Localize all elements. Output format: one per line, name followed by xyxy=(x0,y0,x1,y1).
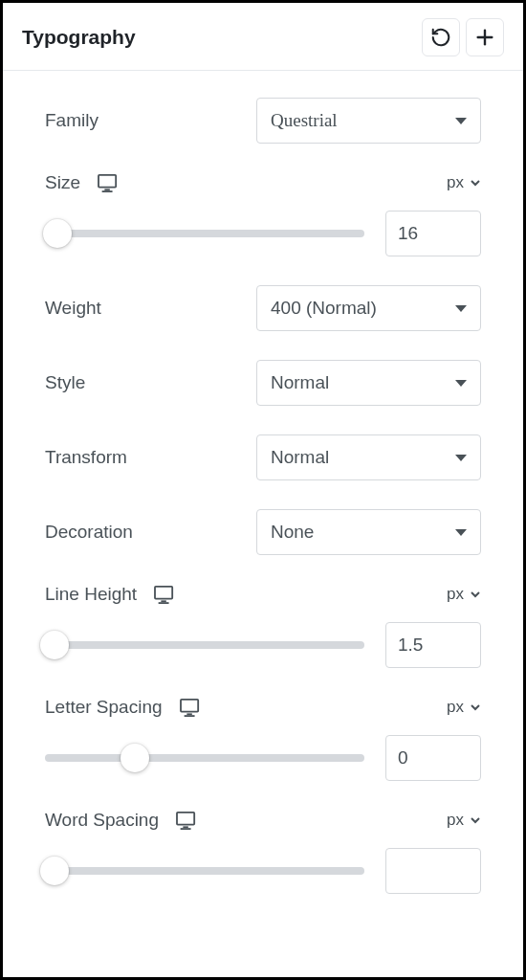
chevron-down-icon xyxy=(470,177,481,189)
responsive-icon[interactable] xyxy=(98,173,119,192)
family-select[interactable]: Questrial xyxy=(256,98,481,144)
line-height-unit: px xyxy=(447,585,464,604)
word-spacing-input[interactable] xyxy=(398,860,469,881)
line-height-label: Line Height xyxy=(45,584,137,605)
svg-rect-9 xyxy=(186,713,191,715)
transform-value: Normal xyxy=(271,447,329,468)
svg-rect-2 xyxy=(99,175,116,188)
svg-rect-6 xyxy=(161,600,165,602)
letter-spacing-label-row: Letter Spacing px xyxy=(45,697,481,718)
line-height-unit-toggle[interactable]: px xyxy=(447,585,481,604)
svg-rect-10 xyxy=(184,715,194,717)
size-input-wrapper xyxy=(385,211,481,256)
word-spacing-label: Word Spacing xyxy=(45,810,159,831)
size-label-left: Size xyxy=(45,172,119,193)
letter-spacing-unit: px xyxy=(447,698,464,717)
caret-down-icon xyxy=(455,380,467,387)
reset-button[interactable] xyxy=(422,18,460,56)
word-spacing-label-row: Word Spacing px xyxy=(45,810,481,831)
line-height-block: Line Height px xyxy=(45,584,481,668)
line-height-label-left: Line Height xyxy=(45,584,175,605)
weight-select[interactable]: 400 (Normal) xyxy=(256,285,481,331)
svg-rect-7 xyxy=(159,602,169,604)
letter-spacing-unit-toggle[interactable]: px xyxy=(447,698,481,717)
add-button[interactable] xyxy=(466,18,504,56)
line-height-slider-row xyxy=(45,622,481,668)
transform-label: Transform xyxy=(45,447,127,468)
weight-label: Weight xyxy=(45,298,101,319)
letter-spacing-label-left: Letter Spacing xyxy=(45,697,201,718)
size-input[interactable] xyxy=(398,223,469,244)
word-spacing-unit: px xyxy=(447,811,464,830)
style-value: Normal xyxy=(271,372,329,393)
word-spacing-input-wrapper xyxy=(385,848,481,894)
size-block: Size px xyxy=(45,172,481,256)
line-height-slider-thumb[interactable] xyxy=(40,631,69,659)
svg-rect-8 xyxy=(181,700,198,712)
letter-spacing-slider-row xyxy=(45,735,481,781)
caret-down-icon xyxy=(455,305,467,312)
panel-body: Family Questrial Size xyxy=(3,71,523,894)
word-spacing-slider-thumb[interactable] xyxy=(40,857,69,885)
family-row: Family Questrial xyxy=(45,98,481,144)
svg-rect-12 xyxy=(183,826,187,828)
decoration-label: Decoration xyxy=(45,522,133,543)
typography-panel: Typography Family Questrial xyxy=(0,0,526,980)
svg-rect-3 xyxy=(104,189,109,190)
size-slider[interactable] xyxy=(45,230,364,237)
svg-rect-13 xyxy=(181,828,191,830)
style-select[interactable]: Normal xyxy=(256,360,481,406)
style-label: Style xyxy=(45,372,85,393)
decoration-select[interactable]: None xyxy=(256,509,481,555)
decoration-value: None xyxy=(271,522,314,543)
svg-rect-4 xyxy=(102,190,113,192)
letter-spacing-input-wrapper xyxy=(385,735,481,781)
line-height-input-wrapper xyxy=(385,622,481,668)
chevron-down-icon xyxy=(470,814,481,826)
line-height-slider[interactable] xyxy=(45,641,364,649)
style-row: Style Normal xyxy=(45,360,481,406)
letter-spacing-slider[interactable] xyxy=(45,754,364,762)
size-slider-thumb[interactable] xyxy=(43,219,72,248)
undo-icon xyxy=(430,27,451,48)
line-height-label-row: Line Height px xyxy=(45,584,481,605)
size-unit-toggle[interactable]: px xyxy=(447,173,481,192)
family-value: Questrial xyxy=(271,110,338,131)
weight-value: 400 (Normal) xyxy=(271,298,377,319)
size-slider-row xyxy=(45,211,481,256)
transform-select[interactable]: Normal xyxy=(256,434,481,480)
size-unit: px xyxy=(447,173,464,192)
letter-spacing-block: Letter Spacing px xyxy=(45,697,481,781)
letter-spacing-input[interactable] xyxy=(398,747,469,768)
word-spacing-unit-toggle[interactable]: px xyxy=(447,811,481,830)
panel-header: Typography xyxy=(3,3,523,71)
responsive-icon[interactable] xyxy=(176,811,197,830)
chevron-down-icon xyxy=(470,702,481,713)
header-actions xyxy=(422,18,504,56)
caret-down-icon xyxy=(455,529,467,536)
letter-spacing-slider-thumb[interactable] xyxy=(121,744,149,772)
weight-row: Weight 400 (Normal) xyxy=(45,285,481,331)
responsive-icon[interactable] xyxy=(154,585,175,604)
word-spacing-slider[interactable] xyxy=(45,867,364,875)
letter-spacing-label: Letter Spacing xyxy=(45,697,163,718)
word-spacing-slider-row xyxy=(45,848,481,894)
word-spacing-block: Word Spacing px xyxy=(45,810,481,894)
chevron-down-icon xyxy=(470,589,481,600)
responsive-icon[interactable] xyxy=(180,698,201,717)
caret-down-icon xyxy=(455,118,467,124)
family-label: Family xyxy=(45,110,99,131)
word-spacing-label-left: Word Spacing xyxy=(45,810,197,831)
transform-row: Transform Normal xyxy=(45,434,481,480)
size-label: Size xyxy=(45,172,80,193)
size-label-row: Size px xyxy=(45,172,481,193)
svg-rect-11 xyxy=(177,813,194,825)
caret-down-icon xyxy=(455,455,467,461)
svg-rect-5 xyxy=(155,587,172,599)
panel-title: Typography xyxy=(22,26,136,49)
line-height-input[interactable] xyxy=(398,635,469,656)
decoration-row: Decoration None xyxy=(45,509,481,555)
plus-icon xyxy=(474,27,495,48)
